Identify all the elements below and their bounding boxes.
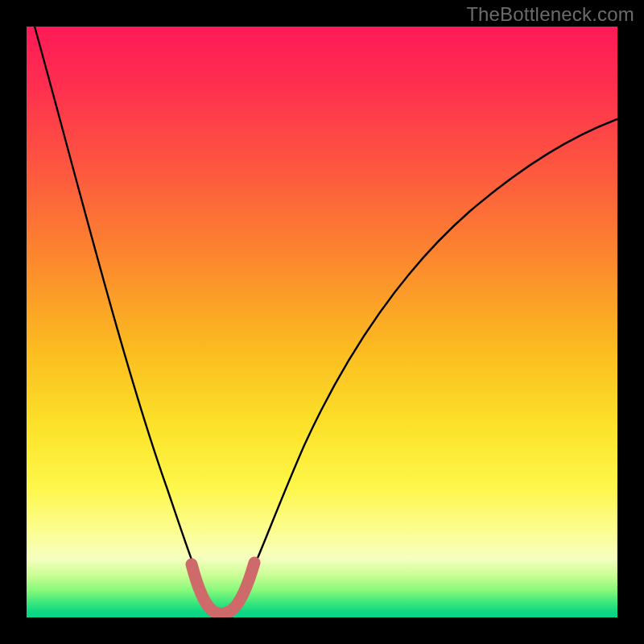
watermark-text: TheBottleneck.com — [466, 3, 634, 26]
optimal-zone-marker — [192, 563, 254, 613]
chart-svg — [27, 27, 617, 617]
chart-frame: TheBottleneck.com — [0, 0, 644, 644]
bottleneck-curve — [35, 27, 617, 614]
plot-area — [27, 27, 617, 617]
